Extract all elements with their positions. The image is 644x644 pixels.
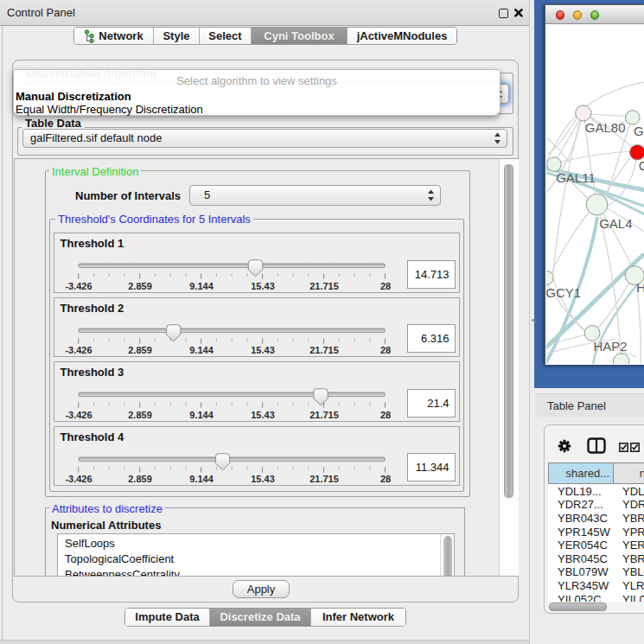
svg-text:GAL80: GAL80 (585, 120, 626, 135)
svg-text:GA: GA (634, 124, 644, 138)
svg-text:H: H (636, 280, 644, 295)
svg-text:GAL11: GAL11 (556, 170, 596, 185)
svg-text:C: C (639, 158, 644, 173)
svg-text:GAL4: GAL4 (599, 216, 632, 231)
svg-text:GCY1: GCY1 (546, 285, 581, 300)
svg-text:HAP2: HAP2 (593, 339, 627, 354)
